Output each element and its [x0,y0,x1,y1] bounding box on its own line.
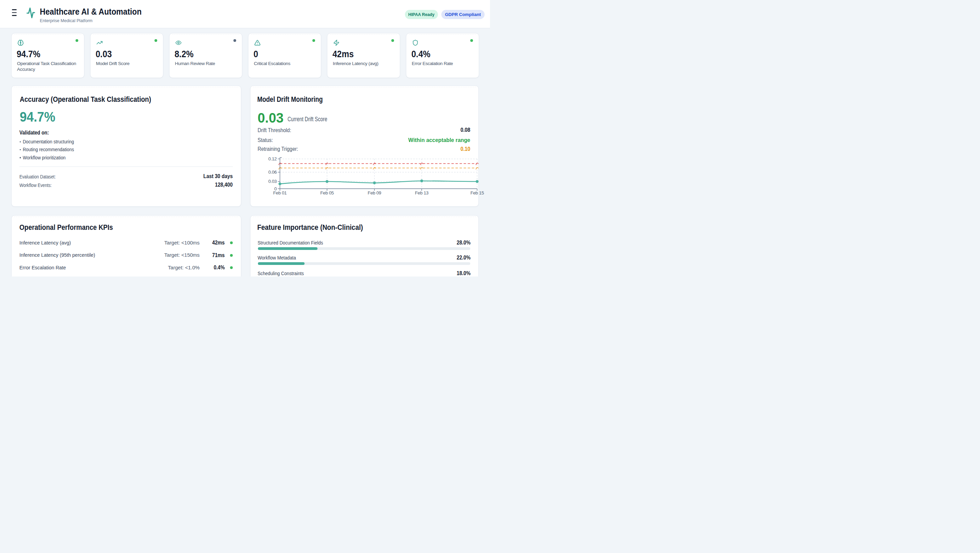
svg-text:Feb 09: Feb 09 [368,190,381,196]
svg-text:Feb 05: Feb 05 [320,190,334,196]
svg-text:0.06: 0.06 [268,170,277,175]
svg-text:Feb 13: Feb 13 [415,190,428,196]
svg-text:Feb 15: Feb 15 [470,190,484,196]
svg-text:0.03: 0.03 [268,179,277,184]
svg-text:Feb 01: Feb 01 [273,190,287,196]
svg-text:0.12: 0.12 [268,156,277,161]
